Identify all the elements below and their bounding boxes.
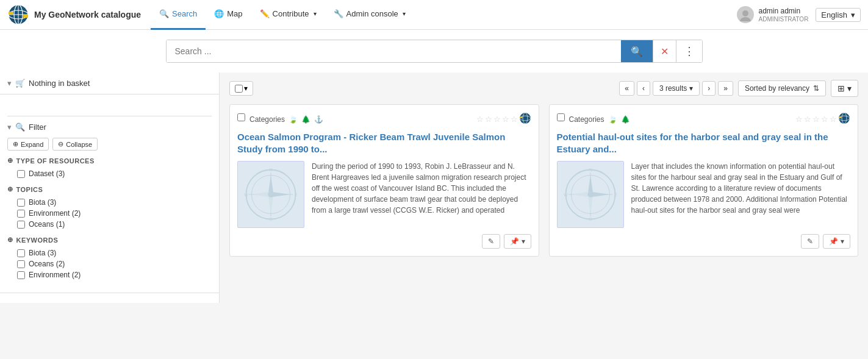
nav-admin[interactable]: 🔧 Admin console ▾ xyxy=(325,0,414,30)
facet-keyword-biota-checkbox[interactable] xyxy=(17,249,25,257)
result-card: Categories 🍃 🌲 ⚓ ☆ ☆ ☆ ☆ ☆ xyxy=(229,104,539,257)
card1-categories-label: Categories xyxy=(249,115,285,124)
card1-stars[interactable]: ☆ ☆ ☆ ☆ ☆ xyxy=(476,112,531,126)
star3[interactable]: ☆ xyxy=(812,115,820,124)
star1[interactable]: ☆ xyxy=(476,115,484,124)
card1-title[interactable]: Ocean Salmon Program - Ricker Beam Trawl… xyxy=(237,131,531,155)
sort-label: Sorted by relevancy xyxy=(745,84,809,93)
card2-edit-button[interactable]: ✎ xyxy=(801,234,819,249)
main-layout: ▾ 🛒 Nothing in basket ▾ 🔍 Filter ⊕ Expan… xyxy=(0,73,868,303)
facet-dataset-checkbox[interactable] xyxy=(17,170,25,178)
user-name: admin admin xyxy=(759,7,809,16)
card2-title[interactable]: Potential haul-out sites for the harbor … xyxy=(557,131,851,155)
svg-rect-5 xyxy=(9,12,13,15)
nav-search[interactable]: 🔍 Search xyxy=(151,0,206,30)
card2-footer: ✎ 📌 ▾ xyxy=(557,234,851,249)
geonetwork-badge-icon xyxy=(519,112,531,126)
star5[interactable]: ☆ xyxy=(511,115,518,124)
search-clear-button[interactable]: ✕ xyxy=(653,40,676,62)
wrench-icon: 🔧 xyxy=(334,9,343,18)
star2[interactable]: ☆ xyxy=(804,115,811,124)
star3[interactable]: ☆ xyxy=(493,115,501,124)
next-page-button[interactable]: › xyxy=(702,81,716,96)
facet-environment-checkbox[interactable] xyxy=(17,210,25,218)
select-all-checkbox[interactable] xyxy=(235,85,243,93)
card1-header: Categories 🍃 🌲 ⚓ ☆ ☆ ☆ ☆ ☆ xyxy=(237,112,531,126)
facet-keyword-environment-label: Environment (2) xyxy=(29,271,81,279)
card2-thumbnail: N S W E xyxy=(557,161,624,228)
svg-point-38 xyxy=(587,192,593,197)
facet-biota-label: Biota (3) xyxy=(29,198,56,207)
facet-topics-title[interactable]: ⊕ TOPICS xyxy=(7,185,212,193)
select-all-button[interactable]: ▾ xyxy=(229,81,253,96)
search-submit-button[interactable]: 🔍 xyxy=(621,40,653,62)
card1-body: N S W E During the period of 1990 to 199… xyxy=(237,161,531,228)
geonetwork-badge2-icon xyxy=(838,112,850,126)
facet-type-title[interactable]: ⊕ TYPE OF RESOURCES xyxy=(7,157,212,165)
card2-pin-button[interactable]: 📌 ▾ xyxy=(823,234,850,249)
nav-map[interactable]: 🌐 Map xyxy=(206,0,251,30)
filter-header[interactable]: ▾ 🔍 Filter xyxy=(7,123,212,132)
language-selector[interactable]: English ▾ xyxy=(816,8,861,22)
cards-container: Categories 🍃 🌲 ⚓ ☆ ☆ ☆ ☆ ☆ xyxy=(229,104,858,257)
svg-marker-17 xyxy=(268,176,274,195)
star5[interactable]: ☆ xyxy=(830,115,837,124)
basket-section[interactable]: ▾ 🛒 Nothing in basket xyxy=(0,73,219,94)
facet-dataset[interactable]: Dataset (3) xyxy=(7,168,212,179)
card1-edit-button[interactable]: ✎ xyxy=(482,234,500,249)
facet-environment[interactable]: Environment (2) xyxy=(7,208,212,219)
prev-page-button[interactable]: ‹ xyxy=(637,81,650,96)
facet-oceans-checkbox[interactable] xyxy=(17,221,25,229)
expand-label: Expand xyxy=(21,141,43,148)
star4[interactable]: ☆ xyxy=(821,115,828,124)
facet-keywords-title[interactable]: ⊕ KEYWORDS xyxy=(7,236,212,244)
user-info: admin admin ADMINISTRATOR xyxy=(737,6,809,23)
svg-text:S: S xyxy=(270,216,273,222)
sidebar: ▾ 🛒 Nothing in basket ▾ 🔍 Filter ⊕ Expan… xyxy=(0,73,220,303)
facet-biota-checkbox[interactable] xyxy=(17,199,25,207)
card1-footer: ✎ 📌 ▾ xyxy=(237,234,531,249)
card2-stars[interactable]: ☆ ☆ ☆ ☆ ☆ xyxy=(795,112,850,126)
facet-biota[interactable]: Biota (3) xyxy=(7,197,212,208)
last-page-button[interactable]: » xyxy=(718,81,733,96)
facet-oceans-label: Oceans (1) xyxy=(29,220,65,229)
facet-keyword-environment[interactable]: Environment (2) xyxy=(7,269,212,280)
sort-button[interactable]: Sorted by relevancy ⇅ xyxy=(738,80,826,96)
card1-pin-button[interactable]: 📌 ▾ xyxy=(504,234,531,249)
facet-keyword-oceans-checkbox[interactable] xyxy=(17,260,25,268)
first-page-button[interactable]: « xyxy=(619,81,634,96)
view-toggle-button[interactable]: ⊞ ▾ xyxy=(831,80,858,97)
facet-type-caret-icon: ⊕ xyxy=(7,157,13,165)
tree2-icon: 🌲 xyxy=(621,115,630,124)
svg-text:S: S xyxy=(589,216,592,222)
search-more-button[interactable]: ⋮ xyxy=(676,40,702,62)
results-count-label: 3 results xyxy=(659,84,687,93)
result-card: Categories 🍃 🌲 ☆ ☆ ☆ ☆ ☆ xyxy=(549,104,859,257)
svg-text:N: N xyxy=(269,167,272,172)
svg-text:N: N xyxy=(589,167,592,172)
facet-keyword-oceans-label: Oceans (2) xyxy=(29,260,65,268)
basket-caret-icon: ▾ xyxy=(7,79,12,88)
star1[interactable]: ☆ xyxy=(795,115,803,124)
card2-checkbox[interactable] xyxy=(557,113,565,121)
collapse-button[interactable]: ⊖ Collapse xyxy=(52,138,98,151)
star2[interactable]: ☆ xyxy=(485,115,492,124)
view-caret-icon: ▾ xyxy=(847,84,852,93)
contribute-caret-icon: ▾ xyxy=(314,10,317,17)
facet-keyword-biota-label: Biota (3) xyxy=(29,249,56,257)
facet-keyword-environment-checkbox[interactable] xyxy=(17,271,25,279)
results-count-button[interactable]: 3 results ▾ xyxy=(653,81,700,96)
expand-button[interactable]: ⊕ Expand xyxy=(7,138,49,151)
basket-label: Nothing in basket xyxy=(29,79,90,88)
card1-checkbox[interactable] xyxy=(237,113,245,121)
facet-oceans[interactable]: Oceans (1) xyxy=(7,219,212,230)
leaf2-icon: 🍃 xyxy=(608,115,617,124)
facet-keyword-biota[interactable]: Biota (3) xyxy=(7,247,212,258)
search-input[interactable] xyxy=(167,40,621,62)
facet-keywords-caret-icon: ⊕ xyxy=(7,236,13,244)
expand-collapse-controls: ⊕ Expand ⊖ Collapse xyxy=(7,138,212,151)
star4[interactable]: ☆ xyxy=(502,115,509,124)
facet-keyword-oceans[interactable]: Oceans (2) xyxy=(7,258,212,269)
results-toolbar: ▾ « ‹ 3 results ▾ › » Sorted by relevanc… xyxy=(229,73,858,104)
nav-contribute[interactable]: ✏️ Contribute ▾ xyxy=(251,0,325,30)
